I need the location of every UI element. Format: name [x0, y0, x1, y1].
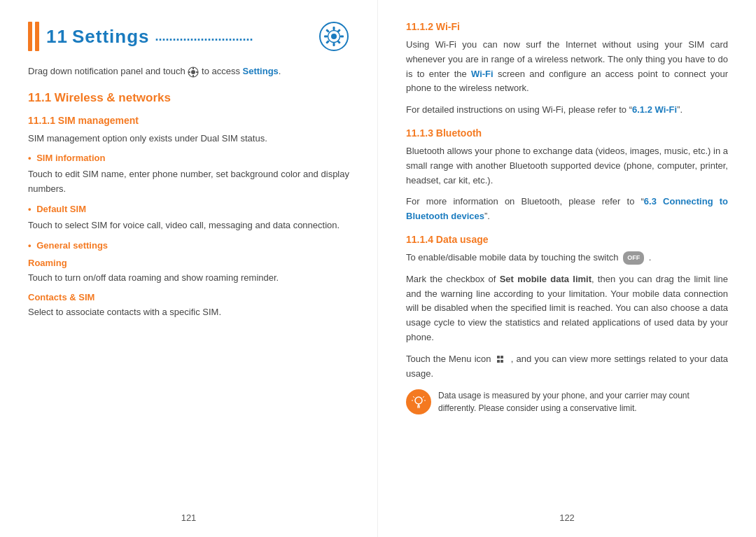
bt-desc: Bluetooth allows your phone to exchange …	[406, 144, 728, 188]
default-sim-label: Default SIM	[36, 204, 86, 214]
roaming-desc: Touch to turn on/off data roaming and sh…	[28, 271, 349, 286]
svg-rect-4	[324, 36, 328, 38]
left-page: 11 Settings ............................	[0, 0, 378, 537]
section-11-1-3-heading: 11.1.3 Bluetooth	[406, 127, 728, 139]
bt-refer: For more information on Bluetooth, pleas…	[406, 195, 728, 224]
data-desc: Mark the checkbox of Set mobile data lim…	[406, 272, 728, 345]
svg-rect-16	[497, 356, 500, 358]
svg-rect-17	[500, 356, 503, 358]
chapter-header: 11 Settings ............................	[28, 21, 349, 52]
data-enable-text: To enable/disable mobile data by touchin…	[406, 251, 728, 265]
wifi-refer: For detailed instructions on using Wi-Fi…	[406, 103, 728, 118]
sim-info-bullet-item: • SIM information	[28, 153, 349, 163]
chapter-title: Settings	[72, 26, 150, 48]
svg-rect-13	[192, 75, 194, 77]
svg-rect-2	[333, 27, 335, 30]
contacts-sim-section: Contacts & SIM Select to associate conta…	[28, 292, 349, 320]
chapter-bar-1	[28, 22, 32, 51]
section-11-1-1: 11.1.1 SIM management SIM management opt…	[28, 115, 349, 321]
sim-info-desc: Touch to edit SIM name, enter phone numb…	[28, 167, 349, 197]
svg-rect-5	[340, 36, 344, 38]
settings-gear-icon	[318, 21, 349, 52]
section-11-1-4: 11.1.4 Data usage To enable/disable mobi…	[406, 234, 728, 414]
contacts-sim-desc: Select to associate contacts with a spec…	[28, 305, 349, 320]
svg-point-1	[331, 34, 337, 39]
section-11-1: 11.1 Wireless & networks	[28, 91, 349, 105]
inline-gear-icon	[188, 67, 199, 78]
general-settings-label: General settings	[36, 240, 108, 251]
chapter-bar-2	[35, 22, 39, 51]
sim-desc: SIM management option only exists under …	[28, 132, 349, 146]
section-11-1-heading: 11.1 Wireless & networks	[28, 91, 349, 105]
svg-rect-19	[500, 360, 503, 363]
switch-off-indicator: OFF	[623, 251, 644, 264]
menu-icon-inline	[496, 354, 506, 364]
svg-rect-12	[192, 67, 194, 69]
data-menu-text: Touch the Menu icon , and you can view m…	[406, 352, 728, 382]
info-icon-circle	[406, 389, 431, 414]
section-11-1-3: 11.1.3 Bluetooth Bluetooth allows your p…	[406, 127, 728, 224]
contacts-sim-label: Contacts & SIM	[28, 292, 349, 302]
svg-point-20	[415, 397, 422, 404]
general-settings-bullet-item: • General settings	[28, 240, 349, 251]
info-text: Data usage is measured by your phone, an…	[438, 389, 728, 414]
chapter-dots: ............................	[155, 29, 253, 44]
roaming-label: Roaming	[28, 258, 349, 268]
roaming-section: Roaming Touch to turn on/off data roamin…	[28, 258, 349, 286]
right-page: 11.1.2 Wi-Fi Using Wi-Fi you can now sur…	[378, 0, 756, 537]
section-11-1-4-heading: 11.1.4 Data usage	[406, 234, 728, 245]
wifi-desc: Using Wi-Fi you can now surf the Interne…	[406, 38, 728, 96]
svg-rect-15	[196, 71, 198, 73]
svg-point-11	[191, 70, 195, 74]
intro-text: Drag down notification panel and touch t…	[28, 64, 349, 78]
svg-rect-18	[497, 360, 500, 363]
info-lightbulb-icon	[411, 394, 426, 410]
section-11-1-2-heading: 11.1.2 Wi-Fi	[406, 21, 728, 32]
page-number-right: 122	[559, 512, 575, 523]
page-number-left: 121	[181, 512, 197, 523]
info-box: Data usage is measured by your phone, an…	[406, 389, 728, 414]
sim-info-label: SIM information	[36, 153, 105, 163]
chapter-bars	[28, 22, 39, 51]
section-11-1-2: 11.1.2 Wi-Fi Using Wi-Fi you can now sur…	[406, 21, 728, 118]
svg-rect-3	[333, 43, 335, 46]
svg-rect-14	[188, 71, 190, 73]
chapter-number: 11	[46, 26, 68, 48]
svg-line-25	[423, 396, 424, 398]
svg-line-24	[413, 396, 414, 398]
section-11-1-1-heading: 11.1.1 SIM management	[28, 115, 349, 126]
default-sim-desc: Touch to select SIM for voice call, vide…	[28, 218, 349, 233]
default-sim-bullet-item: • Default SIM	[28, 204, 349, 214]
